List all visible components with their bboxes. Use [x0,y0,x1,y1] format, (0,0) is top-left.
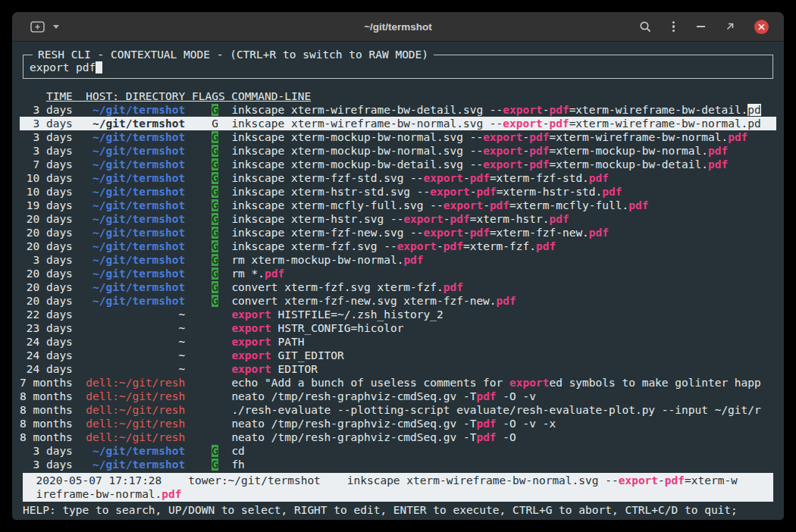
table-row[interactable]: 3 days ~/git/termshot G inkscape xterm-w… [20,117,776,130]
selected-command-detail: 2020-05-07 17:17:28 tower:~/git/termshot… [23,473,773,502]
detail-line-1: 2020-05-07 17:17:28 tower:~/git/termshot… [23,474,773,487]
dropdown-caret-icon[interactable] [53,25,59,29]
terminal-content: RESH CLI - CONTEXTUAL MODE - (CTRL+R to … [12,42,784,519]
table-row[interactable]: 24 days ~ export EDITOR [20,362,776,376]
restore-button[interactable] [725,21,735,32]
table-row[interactable]: 22 days ~ export HISTFILE=~/.zsh_history… [20,308,776,321]
table-row[interactable]: 3 days ~/git/termshot G inkscape xterm-m… [20,130,776,144]
table-row[interactable]: 8 months dell:~/git/resh ./resh-evaluate… [20,403,776,417]
table-row[interactable]: 20 days ~/git/termshot G inkscape xterm-… [20,212,776,226]
table-row[interactable]: 8 months dell:~/git/resh neato /tmp/resh… [20,390,776,403]
table-row[interactable]: 24 days ~ export PATH [20,335,776,349]
table-row[interactable]: 20 days ~/git/termshot G inkscape xterm-… [20,239,776,253]
table-row[interactable]: 3 days ~/git/termshot G inkscape xterm-m… [20,144,776,158]
table-row[interactable]: 7 days ~/git/termshot G inkscape xterm-m… [20,158,776,171]
minimize-button[interactable] [695,21,706,32]
close-icon [758,23,765,30]
table-row[interactable]: 23 days ~ export HSTR_CONFIG=hicolor [20,321,776,335]
table-row[interactable]: 8 months dell:~/git/resh neato /tmp/resh… [20,430,776,444]
table-row[interactable]: 20 days ~/git/termshot G rm *.pdf [20,267,776,280]
table-row[interactable]: 24 days ~ export GIT_EDITOR [20,349,776,362]
terminal-window: ~/git/termshot [12,12,784,520]
table-row[interactable]: 10 days ~/git/termshot G inkscape xterm-… [20,185,776,199]
desktop-background: ~/git/termshot [0,0,796,532]
titlebar[interactable]: ~/git/termshot [12,12,784,42]
mode-label: RESH CLI - CONTEXTUAL MODE - (CTRL+R to … [33,48,434,61]
history-list: 3 days ~/git/termshot G inkscape xterm-w… [20,103,776,471]
new-tab-button[interactable] [30,21,45,33]
new-tab-icon [30,21,45,33]
search-input[interactable]: export pdf [30,61,96,74]
table-row[interactable]: 20 days ~/git/termshot G convert xterm-f… [20,294,776,308]
detail-line-2: ireframe-bw-normal.pdf [23,487,773,501]
table-row[interactable]: 3 days ~/git/termshot G inkscape xterm-w… [20,103,776,117]
close-button[interactable] [754,20,769,34]
table-row[interactable]: 7 months dell:~/git/resh echo "Add a bun… [20,376,776,390]
menu-kebab-icon[interactable] [671,20,676,34]
table-row[interactable]: 19 days ~/git/termshot G inkscape xterm-… [20,199,776,212]
minimize-icon [697,26,705,27]
table-row[interactable]: 20 days ~/git/termshot G convert xterm-f… [20,280,776,294]
table-row[interactable]: 3 days ~/git/termshot G cd [20,444,776,458]
table-row[interactable]: 20 days ~/git/termshot G inkscape xterm-… [20,226,776,239]
table-header: TIME HOST: DIRECTORY FLAGS COMMAND-LINE [20,89,776,103]
help-bar: HELP: type to search, UP/DOWN to select,… [23,503,773,517]
table-row[interactable]: 3 days ~/git/termshot G fh [20,458,776,471]
table-row[interactable]: 8 months dell:~/git/resh neato /tmp/resh… [20,417,776,430]
text-cursor [96,61,102,74]
table-row[interactable]: 10 days ~/git/termshot G inkscape xterm-… [20,171,776,185]
search-box: RESH CLI - CONTEXTUAL MODE - (CTRL+R to … [23,55,773,79]
search-icon[interactable] [639,20,652,33]
table-row[interactable]: 3 days ~/git/termshot G rm xterm-mockup-… [20,253,776,267]
